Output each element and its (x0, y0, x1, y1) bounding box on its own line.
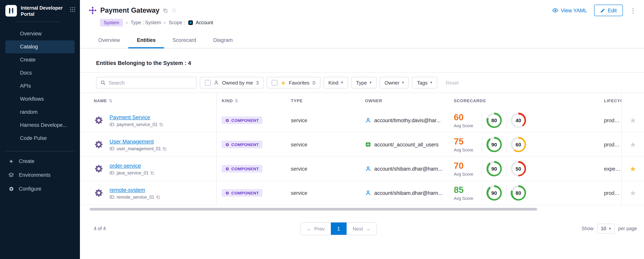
sort-icon[interactable]: ⇅ (235, 98, 238, 103)
entity-id-value: payment_service_01 (116, 122, 157, 127)
search-input[interactable] (109, 80, 192, 86)
favorite-star-icon[interactable]: ★ (630, 189, 636, 196)
sidebar-item[interactable]: APIs (6, 79, 74, 92)
sidebar-item[interactable]: random (6, 106, 74, 118)
gauge-divider (482, 112, 482, 128)
sidebar-item-label: random (20, 109, 38, 115)
entity-name-link[interactable]: order-service (110, 162, 141, 169)
apps-grid-icon[interactable] (70, 7, 75, 14)
tab[interactable]: Overview (90, 33, 128, 48)
kebab-menu-icon[interactable]: ⋮ (630, 7, 636, 14)
owner-value: account/shibam.dhar@harn... (374, 190, 442, 196)
chevron-down-icon: ▾ (609, 227, 611, 230)
type-value: service (291, 190, 308, 196)
header-lifecycle: LIFECYCLE (599, 98, 621, 103)
app: Internal Developer Portal Overview Catal… (0, 0, 644, 259)
kind-chip-label: COMPONENT (231, 166, 259, 171)
favorites-filter[interactable]: ★ Favorites 0 (267, 77, 320, 88)
favorites-checkbox[interactable] (272, 80, 278, 86)
sidebar-item-label: APIs (20, 83, 31, 89)
sidebar-item[interactable]: Workflows (6, 92, 74, 106)
table-row: User Management ID: user_management_01 C… (80, 132, 644, 157)
component-icon (225, 118, 230, 122)
sidebar-item[interactable]: Overview (6, 27, 74, 40)
sidebar-item-configure[interactable]: Configure (0, 182, 80, 196)
favorite-star-icon[interactable]: ★ (630, 117, 636, 124)
bullet-icon: • (126, 20, 128, 25)
entity-id-prefix: ID: (110, 146, 115, 151)
sidebar-item-label: Overview (20, 31, 42, 36)
score-gauge: 40 (511, 112, 526, 128)
favorite-star-icon[interactable]: ☆ (171, 7, 177, 14)
copy-icon[interactable] (150, 171, 154, 175)
sidebar-item[interactable]: Docs (6, 66, 74, 79)
cell-kind: COMPONENT (217, 189, 286, 197)
filter-dropdown[interactable]: Kind ▾ (323, 77, 348, 88)
filter-dropdown-label: Type (356, 80, 367, 86)
current-page[interactable]: 1 (331, 222, 346, 235)
sidebar-item-label: Environments (19, 172, 50, 178)
sidebar: Internal Developer Portal Overview Catal… (0, 0, 80, 259)
owned-by-me-filter[interactable]: Owned by me 3 (200, 77, 264, 88)
sort-icon[interactable]: ⇅ (109, 98, 112, 103)
entities-heading: Entities Belonging to the System : 4 (80, 60, 644, 66)
score-gauge-value: 40 (516, 118, 521, 123)
score-gauge: 80 (486, 112, 502, 128)
cell-type: service (286, 165, 360, 172)
favorite-star-icon[interactable]: ★ (630, 165, 636, 172)
reset-filters-button[interactable]: Reset (446, 80, 458, 86)
cell-owner: account/shibam.dhar@harn... (360, 166, 449, 172)
component-gear-icon (94, 188, 104, 198)
view-yaml-button[interactable]: View YAML (552, 7, 587, 14)
sidebar-item[interactable]: Create (6, 53, 74, 66)
prev-page-button[interactable]: ← Prev (300, 222, 331, 235)
favorite-star-icon[interactable]: ★ (630, 141, 636, 148)
header-type: TYPE (286, 98, 360, 103)
sidebar-item-label: Code Pulse (20, 135, 47, 141)
lifecycle-value: production (604, 118, 621, 123)
cell-scorecards: 85 Avg Score 90 80 (449, 185, 599, 201)
header-kind[interactable]: KIND⇅ (217, 98, 286, 103)
tab[interactable]: Entities (128, 33, 164, 48)
sidebar-item-label: Workflows (20, 96, 44, 102)
filter-dropdown[interactable]: Tags ▾ (412, 77, 437, 88)
entity-name-link[interactable]: remote-system (110, 187, 145, 193)
copy-icon[interactable] (159, 122, 163, 126)
page-size-select[interactable]: 10 ▾ (597, 224, 614, 234)
cell-scorecards: 75 Avg Score 90 60 (449, 136, 599, 152)
lifecycle-value: production (604, 190, 621, 196)
system-chip: System (100, 19, 123, 26)
chevron-down-icon: ▾ (341, 81, 343, 84)
avg-score-caption: Avg Score (454, 196, 478, 200)
sidebar-item[interactable]: Harness Develope... (6, 118, 74, 132)
entity-id-value: java_service_01 (116, 170, 148, 175)
gauge-divider (506, 161, 506, 177)
owned-by-me-checkbox[interactable] (205, 80, 210, 86)
brand-title: Internal Developer Portal (21, 5, 63, 18)
next-page-button[interactable]: Next → (346, 222, 376, 235)
header-name[interactable]: NAME⇅ (80, 93, 217, 108)
lifecycle-value: production (604, 142, 621, 147)
edit-button[interactable]: Edit (594, 4, 623, 16)
kind-chip-label: COMPONENT (231, 190, 259, 195)
copy-icon[interactable] (163, 8, 168, 13)
sidebar-item-environments[interactable]: Environments (0, 168, 80, 182)
tab[interactable]: Diagram (204, 33, 241, 48)
filter-dropdown[interactable]: Owner ▾ (380, 77, 409, 88)
sidebar-item[interactable]: Code Pulse (6, 132, 74, 145)
tab[interactable]: Scorecard (164, 33, 204, 48)
copy-icon[interactable] (156, 195, 160, 199)
cell-owner: account/timothy.davis@har... (360, 117, 449, 123)
entity-name-link[interactable]: User Management (110, 138, 154, 144)
score-gauge: 90 (486, 185, 502, 200)
tabs: Overview Entities Scorecard Diagram (80, 33, 644, 48)
horizontal-scrollbar[interactable] (90, 208, 537, 210)
score-gauge-value: 90 (492, 166, 497, 172)
sidebar-item[interactable]: Catalog (6, 40, 74, 53)
entity-name-link[interactable]: Payment Service (110, 114, 150, 120)
kind-chip: COMPONENT (222, 141, 262, 148)
sidebar-item-create[interactable]: + Create (0, 154, 80, 168)
entity-name-block: remote-system ID: remote_service_01 (110, 186, 160, 200)
filter-dropdown[interactable]: Type ▾ (351, 77, 376, 88)
copy-icon[interactable] (162, 146, 167, 151)
